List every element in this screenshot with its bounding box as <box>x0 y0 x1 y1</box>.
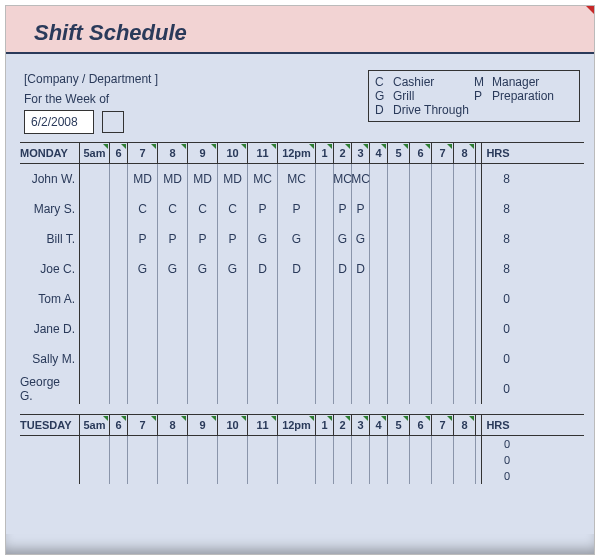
shift-cell[interactable] <box>128 314 158 344</box>
shift-cell[interactable] <box>454 224 476 254</box>
shift-cell[interactable]: P <box>248 194 278 224</box>
week-date-input[interactable]: 6/2/2008 <box>24 110 94 134</box>
shift-cell[interactable]: G <box>352 224 370 254</box>
shift-cell[interactable]: P <box>158 224 188 254</box>
shift-cell[interactable]: G <box>278 224 316 254</box>
shift-cell[interactable] <box>80 254 110 284</box>
shift-cell[interactable] <box>80 164 110 194</box>
shift-cell[interactable]: G <box>248 224 278 254</box>
shift-cell[interactable] <box>432 284 454 314</box>
shift-cell[interactable] <box>218 452 248 468</box>
shift-cell[interactable] <box>316 436 334 452</box>
shift-cell[interactable] <box>110 164 128 194</box>
shift-cell[interactable] <box>388 374 410 404</box>
week-date-aux-box[interactable] <box>102 111 124 133</box>
shift-cell[interactable] <box>334 344 352 374</box>
shift-cell[interactable] <box>110 452 128 468</box>
shift-cell[interactable] <box>158 468 188 484</box>
shift-cell[interactable]: C <box>188 194 218 224</box>
shift-cell[interactable] <box>388 224 410 254</box>
shift-cell[interactable] <box>370 284 388 314</box>
shift-cell[interactable] <box>316 344 334 374</box>
shift-cell[interactable] <box>158 314 188 344</box>
shift-cell[interactable] <box>128 436 158 452</box>
shift-cell[interactable] <box>218 344 248 374</box>
shift-cell[interactable] <box>80 314 110 344</box>
shift-cell[interactable] <box>218 314 248 344</box>
shift-cell[interactable] <box>158 436 188 452</box>
shift-cell[interactable] <box>278 374 316 404</box>
shift-cell[interactable] <box>278 468 316 484</box>
shift-cell[interactable] <box>248 468 278 484</box>
shift-cell[interactable] <box>110 436 128 452</box>
shift-cell[interactable]: MD <box>188 164 218 194</box>
shift-cell[interactable] <box>278 284 316 314</box>
shift-cell[interactable] <box>432 452 454 468</box>
shift-cell[interactable] <box>370 254 388 284</box>
shift-cell[interactable]: MC <box>352 164 370 194</box>
shift-cell[interactable] <box>158 284 188 314</box>
shift-cell[interactable] <box>410 224 432 254</box>
shift-cell[interactable]: G <box>158 254 188 284</box>
shift-cell[interactable] <box>334 374 352 404</box>
shift-cell[interactable]: P <box>218 224 248 254</box>
shift-cell[interactable] <box>110 284 128 314</box>
shift-cell[interactable] <box>410 374 432 404</box>
shift-cell[interactable] <box>80 224 110 254</box>
shift-cell[interactable]: P <box>352 194 370 224</box>
shift-cell[interactable] <box>128 284 158 314</box>
shift-cell[interactable] <box>432 224 454 254</box>
shift-cell[interactable]: D <box>352 254 370 284</box>
shift-cell[interactable] <box>248 284 278 314</box>
shift-cell[interactable] <box>110 468 128 484</box>
shift-cell[interactable] <box>388 194 410 224</box>
shift-cell[interactable] <box>334 284 352 314</box>
shift-cell[interactable]: P <box>278 194 316 224</box>
shift-cell[interactable] <box>388 284 410 314</box>
shift-cell[interactable] <box>278 452 316 468</box>
shift-cell[interactable]: MC <box>334 164 352 194</box>
shift-cell[interactable] <box>432 436 454 452</box>
shift-cell[interactable] <box>410 468 432 484</box>
shift-cell[interactable] <box>188 374 218 404</box>
shift-cell[interactable] <box>388 344 410 374</box>
shift-cell[interactable] <box>80 194 110 224</box>
shift-cell[interactable] <box>128 452 158 468</box>
shift-cell[interactable] <box>432 194 454 224</box>
shift-cell[interactable] <box>248 374 278 404</box>
shift-cell[interactable] <box>454 284 476 314</box>
shift-cell[interactable] <box>410 194 432 224</box>
shift-cell[interactable] <box>188 284 218 314</box>
shift-cell[interactable] <box>454 452 476 468</box>
shift-cell[interactable] <box>316 314 334 344</box>
shift-cell[interactable] <box>110 374 128 404</box>
shift-cell[interactable] <box>248 344 278 374</box>
shift-cell[interactable] <box>454 314 476 344</box>
shift-cell[interactable] <box>352 284 370 314</box>
shift-cell[interactable] <box>188 468 218 484</box>
shift-cell[interactable] <box>316 468 334 484</box>
shift-cell[interactable] <box>188 452 218 468</box>
shift-cell[interactable] <box>410 254 432 284</box>
shift-cell[interactable] <box>316 194 334 224</box>
shift-cell[interactable] <box>388 164 410 194</box>
shift-cell[interactable] <box>370 344 388 374</box>
shift-cell[interactable] <box>80 374 110 404</box>
shift-cell[interactable] <box>352 436 370 452</box>
shift-cell[interactable] <box>248 314 278 344</box>
shift-cell[interactable] <box>432 164 454 194</box>
shift-cell[interactable] <box>278 344 316 374</box>
shift-cell[interactable] <box>352 344 370 374</box>
shift-cell[interactable] <box>370 314 388 344</box>
shift-cell[interactable] <box>158 344 188 374</box>
shift-cell[interactable] <box>370 164 388 194</box>
shift-cell[interactable]: P <box>128 224 158 254</box>
shift-cell[interactable]: G <box>218 254 248 284</box>
shift-cell[interactable] <box>370 224 388 254</box>
shift-cell[interactable] <box>110 344 128 374</box>
shift-cell[interactable] <box>248 452 278 468</box>
shift-cell[interactable] <box>388 314 410 344</box>
shift-cell[interactable] <box>80 436 110 452</box>
shift-cell[interactable] <box>334 436 352 452</box>
shift-cell[interactable] <box>334 468 352 484</box>
